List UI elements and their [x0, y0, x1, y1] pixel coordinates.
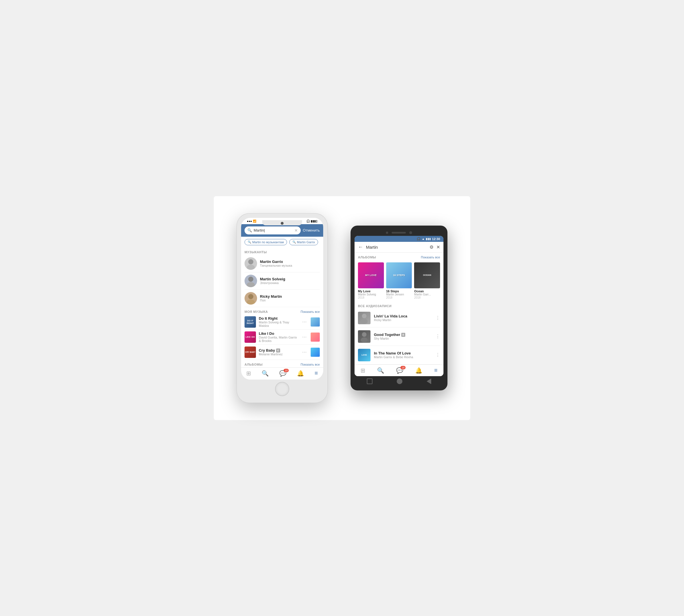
main-scene: ●●● 📶 12:30 🎧 ▮▮▮▯ 🔍 Martin| ✕ Отменить	[214, 196, 470, 420]
album-title-ocean: Ocean	[414, 289, 440, 293]
clear-icon[interactable]: ✕	[294, 228, 298, 233]
iphone-camera	[281, 222, 283, 225]
explicit-badge-good: E	[401, 333, 405, 337]
android-track-menu-good[interactable]: ⋮	[435, 334, 440, 339]
suggestion-musicians[interactable]: 🔍 Martin по музыкантам	[245, 239, 287, 245]
musician-info-garrix: Martin Garrix Танцевальная музыка	[260, 260, 320, 267]
android-close-icon[interactable]: ✕	[436, 244, 440, 250]
android-search-query[interactable]: Martin	[366, 245, 427, 249]
track-menu-crybaby[interactable]: ⋯	[302, 349, 307, 355]
mymusic-section-header: МОЯ МУЗЫКА Показать все	[241, 307, 323, 314]
tab-search[interactable]: 🔍	[261, 370, 269, 377]
alltracks-section-header: ВСЕ АУДИОЗАПИСИ	[355, 302, 443, 309]
android-nav-back[interactable]	[427, 378, 431, 384]
android-battery-icon: ▮▮▮	[426, 237, 431, 240]
musician-name-garrix: Martin Garrix	[260, 260, 320, 264]
mymusic-label: МОЯ МУЗЫКА	[245, 310, 268, 313]
iphone-right-status: 🎧 ▮▮▮▯	[306, 220, 318, 223]
search-magnifier-icon: 🔍	[247, 228, 252, 233]
track-menu-likeido[interactable]: ⋯	[302, 334, 307, 340]
track-row-doitright[interactable]: DO IT RIGHT Do It Right Martin Solveig &…	[241, 314, 323, 329]
suggestion-garrix-label: Martin Garrix	[297, 240, 315, 244]
albums-label-android: АЛЬБОМЫ	[358, 256, 376, 259]
android-track-info-love: In The Name Of Love Martin Garrix & Bebe…	[374, 351, 432, 359]
android-track-artist-love: Martin Garrix & Bebe Rexha	[374, 355, 432, 359]
musician-info-ricky: Ricky Martin Поп	[260, 294, 320, 302]
track-row-crybaby[interactable]: CRY BABY Cry Baby E Melanie Martinez ⋯	[241, 345, 323, 360]
suggestion-garrix[interactable]: 🔍 Martin Garrix	[289, 239, 318, 245]
android-filter-icon[interactable]: ⚙	[430, 244, 433, 250]
android-tab-menu[interactable]: ≡	[434, 367, 437, 374]
mymusic-show-all[interactable]: Показать все	[301, 310, 320, 313]
album-year-ocean: 2018	[414, 296, 440, 299]
android-tab-menu-icon: ≡	[434, 367, 437, 374]
android-messages-badge: 18	[401, 366, 406, 369]
iphone-home-button[interactable]	[275, 382, 289, 396]
android-tab-search[interactable]: 🔍	[377, 367, 384, 374]
android-track-title-good: Good Together E	[374, 332, 432, 337]
android-track-title-love: In The Name Of Love	[374, 351, 432, 355]
track-row-likeido[interactable]: LIKE I DO Like I Do David Guetta, Martin…	[241, 330, 323, 345]
tab-messages[interactable]: 💬 18	[279, 370, 287, 377]
android-track-row-good[interactable]: Good Together E Shy Martin ⋮	[355, 327, 443, 346]
wifi-icon: 📶	[253, 220, 256, 223]
musician-row-garrix[interactable]: Martin Garrix Танцевальная музыка	[241, 255, 323, 272]
search-input-container[interactable]: 🔍 Martin| ✕	[245, 226, 301, 235]
android-tab-bar: ⊞ 🔍 💬 18 🔔 ≡	[355, 365, 443, 376]
android-track-menu-love[interactable]: ⋮	[435, 352, 440, 358]
android-track-info-good: Good Together E Shy Martin	[374, 332, 432, 340]
android-nav-bar	[355, 376, 443, 387]
tab-menu[interactable]: ≡	[315, 370, 318, 377]
android-nav-recent[interactable]	[367, 378, 372, 384]
android-tab-messages[interactable]: 💬 18	[396, 367, 403, 374]
track-thumb-side-crybaby	[311, 348, 320, 357]
track-menu-doitright[interactable]: ⋯	[302, 319, 307, 325]
android-track-title-vida: Livin' La Vida Loca	[374, 314, 432, 318]
iphone-screen: ●●● 📶 12:30 🎧 ▮▮▮▯ 🔍 Martin| ✕ Отменить	[241, 218, 323, 379]
albums-show-all-iphone[interactable]: Показать все	[301, 363, 320, 366]
musician-genre-garrix: Танцевальная музыка	[260, 264, 320, 267]
track-artist-likeido: David Guetta, Martin Garrix & Brooks	[259, 336, 299, 343]
musician-genre-ricky: Поп	[260, 299, 320, 302]
album-title-16steps: 16 Steps	[386, 289, 412, 293]
musician-row-ricky[interactable]: Ricky Martin Поп	[241, 290, 323, 307]
track-artist-doitright: Martin Solveig & Tkay Maidza	[259, 321, 299, 327]
alltracks-label: ВСЕ АУДИОЗАПИСИ	[358, 304, 392, 308]
tab-menu-icon: ≡	[315, 370, 318, 376]
battery-icon: ▮▮▮▯	[311, 220, 318, 223]
android-track-row-vida[interactable]: Livin' La Vida Loca Ricky Martin ⋮	[355, 309, 443, 327]
android-track-menu-vida[interactable]: ⋮	[435, 315, 440, 321]
track-thumb-doitright: DO IT RIGHT	[245, 316, 256, 328]
svg-point-4	[248, 294, 253, 299]
android-track-row-love[interactable]: LOVE In The Name Of Love Martin Garrix &…	[355, 346, 443, 364]
android-nav-home[interactable]	[397, 378, 403, 384]
android-tab-notifications[interactable]: 🔔	[415, 367, 423, 374]
track-thumb-side-likeido	[311, 332, 320, 342]
android-track-thumb-vida	[358, 312, 370, 324]
android-speaker	[392, 232, 406, 234]
musician-avatar-garrix	[245, 257, 257, 270]
android-back-icon[interactable]: ←	[358, 244, 363, 250]
album-ocean[interactable]: OCEAN Ocean Martin Garr... 2018	[414, 262, 440, 299]
musician-name-solveig: Martin Solveig	[260, 277, 320, 281]
track-info-likeido: Like I Do David Guetta, Martin Garrix & …	[259, 331, 299, 343]
album-mylove[interactable]: MY LOVE My Love Martin Solveig 2018	[358, 262, 384, 299]
musician-avatar-solveig	[245, 274, 257, 287]
android-tab-notifications-icon: 🔔	[415, 367, 423, 374]
headphones-status-icon: 🎧	[306, 220, 310, 223]
album-16steps[interactable]: 16 STEPS 16 Steps Martin Jensen 2018	[386, 262, 412, 299]
tab-notifications[interactable]: 🔔	[297, 370, 304, 377]
android-headphones-icon: 🎧	[417, 237, 421, 241]
android-track-artist-vida: Ricky Martin	[374, 318, 432, 322]
albums-show-all-android[interactable]: Показать все	[421, 256, 440, 259]
tab-search-icon: 🔍	[261, 370, 269, 377]
tab-news[interactable]: ⊞	[246, 370, 251, 377]
search-query-text[interactable]: Martin|	[254, 228, 265, 233]
musician-row-solveig[interactable]: Martin Solveig Электроника	[241, 272, 323, 289]
android-track-info-vida: Livin' La Vida Loca Ricky Martin	[374, 314, 432, 322]
android-search-bar: ← Martin ⚙ ✕	[355, 242, 443, 253]
suggestion-musicians-label: Martin по музыкантам	[252, 240, 284, 244]
android-tab-news[interactable]: ⊞	[361, 367, 365, 374]
albums-grid: MY LOVE My Love Martin Solveig 2018 16 S…	[355, 260, 443, 302]
cancel-button[interactable]: Отменить	[303, 228, 320, 233]
